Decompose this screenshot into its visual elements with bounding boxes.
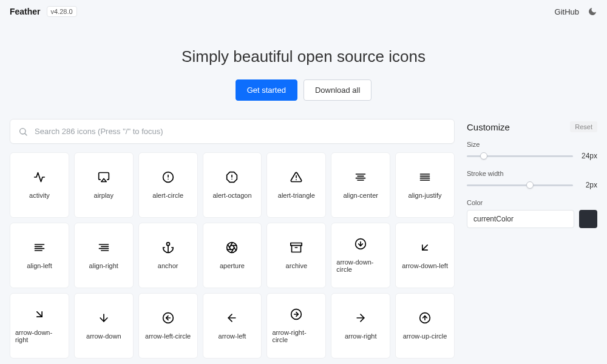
icon-label: arrow-down-circle [336,258,385,273]
icon-card-align-right[interactable]: align-right [74,223,134,288]
arrow-down-circle-icon [354,238,367,250]
icon-card-align-center[interactable]: align-center [331,152,390,218]
icon-grid: activityairplayalert-circlealert-octagon… [10,152,455,359]
arrow-left-icon [226,312,238,324]
customize-panel: Customize Reset Size 24px Stroke width 2… [467,119,597,238]
icon-label: activity [29,192,50,199]
icon-label: arrow-right [345,332,377,340]
alert-triangle-icon [290,171,302,183]
arrow-down-icon [98,312,110,324]
tagline: Simply beautiful open source icons [0,47,607,66]
github-link[interactable]: GitHub [555,7,579,16]
aperture-icon [226,241,238,254]
icon-card-activity[interactable]: activity [10,152,69,218]
size-slider[interactable] [467,155,573,157]
icon-card-airplay[interactable]: airplay [74,152,134,218]
moon-icon[interactable] [588,7,597,16]
search-input[interactable] [10,119,455,144]
left-column: activityairplayalert-circlealert-octagon… [10,119,455,359]
icon-card-anchor[interactable]: anchor [138,223,198,288]
align-center-icon [354,171,367,183]
arrow-down-right-icon [33,308,46,320]
icon-label: arrow-right-circle [272,329,320,343]
brand-name: Feather [10,7,41,16]
icon-card-aperture[interactable]: aperture [203,223,262,288]
icon-card-arrow-down[interactable]: arrow-down [74,293,134,359]
arrow-down-left-icon [419,241,431,254]
cta-row: Get started Download all [0,79,607,101]
icon-label: arrow-down-left [402,262,448,269]
icon-card-alert-triangle[interactable]: alert-triangle [266,152,326,218]
icon-label: arrow-left [219,332,246,340]
icon-label: arrow-down-right [15,329,64,343]
arrow-left-circle-icon [162,312,174,324]
icon-label: anchor [158,262,178,269]
alert-circle-icon [162,171,174,183]
size-label: Size [467,141,597,148]
color-control: Color [467,199,597,228]
download-all-button[interactable]: Download all [304,79,371,101]
icon-card-arrow-left[interactable]: arrow-left [203,293,262,359]
activity-icon [33,171,46,183]
search-wrap [10,119,455,144]
hero: Simply beautiful open source icons Get s… [0,23,607,119]
icon-label: align-right [89,262,118,269]
svg-rect-36 [291,243,302,246]
icon-card-arrow-down-circle[interactable]: arrow-down-circle [331,223,390,288]
icon-card-align-left[interactable]: align-left [10,223,69,288]
get-started-button[interactable]: Get started [236,79,297,101]
icon-card-arrow-up-circle[interactable]: arrow-up-circle [395,293,455,359]
icon-label: align-justify [409,192,442,199]
airplay-icon [98,171,110,183]
icon-label: alert-octagon [212,192,251,199]
header: Feather v4.28.0 GitHub [0,0,607,23]
brand: Feather v4.28.0 [10,6,77,17]
stroke-control: Stroke width 2px [467,170,597,189]
search-icon [18,127,28,136]
icon-label: archive [286,262,307,269]
color-input[interactable] [467,210,574,228]
icon-card-align-justify[interactable]: align-justify [395,152,455,218]
size-value: 24px [579,152,597,160]
customize-title: Customize [467,122,510,132]
size-control: Size 24px [467,141,597,160]
icon-label: airplay [94,192,114,199]
align-right-icon [98,241,110,254]
panel-head: Customize Reset [467,121,597,132]
anchor-icon [162,241,174,254]
icon-label: arrow-down [86,332,121,340]
svg-line-41 [37,312,42,317]
stroke-label: Stroke width [467,170,597,177]
icon-card-alert-circle[interactable]: alert-circle [138,152,198,218]
icon-card-arrow-right[interactable]: arrow-right [331,293,390,359]
color-label: Color [467,199,597,206]
svg-line-40 [422,245,427,250]
svg-line-1 [25,133,27,135]
icon-card-arrow-right-circle[interactable]: arrow-right-circle [266,293,326,359]
version-badge[interactable]: v4.28.0 [47,6,77,17]
icon-card-arrow-down-right[interactable]: arrow-down-right [10,293,69,359]
arrow-right-circle-icon [290,308,302,320]
align-left-icon [33,241,46,254]
icon-label: aperture [220,262,245,269]
main: activityairplayalert-circlealert-octagon… [0,119,607,364]
arrow-right-icon [354,312,367,324]
icon-label: align-left [27,262,52,269]
icon-card-archive[interactable]: archive [266,223,326,288]
icon-label: arrow-left-circle [145,332,191,340]
icon-card-arrow-left-circle[interactable]: arrow-left-circle [138,293,198,359]
alert-octagon-icon [226,171,238,183]
icon-label: alert-triangle [278,192,315,199]
align-justify-icon [419,171,431,183]
arrow-up-circle-icon [419,312,431,324]
color-swatch[interactable] [579,210,597,228]
icon-label: arrow-up-circle [403,332,447,340]
stroke-value: 2px [579,181,597,189]
icon-card-alert-octagon[interactable]: alert-octagon [203,152,262,218]
icon-label: alert-circle [152,192,183,199]
icon-card-arrow-down-left[interactable]: arrow-down-left [395,223,455,288]
reset-button[interactable]: Reset [570,121,597,132]
stroke-slider[interactable] [467,184,573,186]
svg-marker-2 [101,179,106,182]
header-right: GitHub [555,7,597,16]
